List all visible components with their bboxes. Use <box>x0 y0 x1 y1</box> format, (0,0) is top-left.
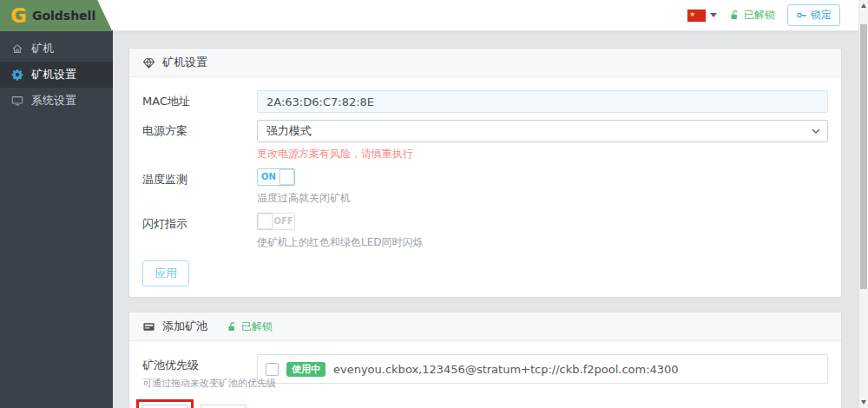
power-plan-value: 强力模式 <box>266 124 312 137</box>
pool-card-icon <box>142 320 155 333</box>
miner-settings-panel-header: 矿机设置 <box>129 49 841 77</box>
pool-url: evenyou.ckbox,123456@stratum+tcp://ckb.f… <box>333 363 679 376</box>
app-window: ★ 已解锁 锁定 G Goldshell <box>0 0 868 408</box>
home-icon <box>11 43 23 55</box>
language-selector[interactable]: ★ <box>687 10 717 22</box>
sidebar-item-label: 系统设置 <box>31 93 76 109</box>
mac-address-row: MAC地址 <box>142 90 828 113</box>
toggle-knob <box>279 169 294 185</box>
sidebar-item-miner[interactable]: 矿机 <box>0 36 113 62</box>
sidebar-item-label: 矿机设置 <box>31 67 76 82</box>
scrollbar-thumb[interactable] <box>860 24 867 289</box>
sidebar-item-system-settings[interactable]: 系统设置 <box>0 88 113 114</box>
toggle-off-label: OFF <box>273 214 294 229</box>
unlocked-label: 已解锁 <box>744 8 775 23</box>
brand-logo[interactable]: G Goldshell <box>0 0 115 31</box>
lock-button-label: 锁定 <box>811 8 832 23</box>
add-pool-button[interactable]: 添加 <box>141 405 188 408</box>
pool-priority-label: 矿池优先级 <box>142 358 257 373</box>
toggle-knob <box>258 214 273 229</box>
scroll-down-arrow-icon[interactable] <box>861 400 866 405</box>
apply-button[interactable]: 应用 <box>142 260 189 286</box>
gear-icon <box>11 69 23 81</box>
power-plan-label: 电源方案 <box>142 120 257 161</box>
chevron-down-icon <box>812 128 820 134</box>
mac-address-input[interactable] <box>257 90 828 113</box>
caret-down-icon <box>710 13 717 17</box>
monitor-icon <box>11 95 23 107</box>
power-plan-row: 电源方案 强力模式 更改电源方案有风险，请慎重执行 <box>142 120 828 161</box>
led-flash-row: 闪灯指示 OFF 使矿机上的红色和绿色LED同时闪烁 <box>142 213 828 250</box>
unlock-icon <box>227 321 238 332</box>
pool-priority-hint: 可通过拖动来改变矿池的优先级 <box>142 377 276 390</box>
pool-priority-label-col: 矿池优先级 可通过拖动来改变矿池的优先级 <box>142 354 257 384</box>
panel-title: 添加矿池 <box>162 319 207 334</box>
led-flash-toggle[interactable]: OFF <box>257 213 295 230</box>
goldshell-logo-icon: G <box>10 6 27 26</box>
red-annotation-box: 添加 <box>136 399 194 408</box>
key-icon <box>796 10 807 21</box>
temp-monitor-row: 温度监测 ON 温度过高就关闭矿机 <box>142 168 828 206</box>
miner-settings-panel: 矿机设置 MAC地址 电源方案 强力模式 <box>128 48 842 298</box>
power-plan-warning: 更改电源方案有风险，请慎重执行 <box>257 147 828 161</box>
panel-title: 矿机设置 <box>162 55 207 70</box>
sidebar-item-label: 矿机 <box>31 41 54 56</box>
lock-button[interactable]: 锁定 <box>787 4 840 26</box>
main-content: 矿机设置 MAC地址 电源方案 强力模式 <box>128 30 842 408</box>
power-plan-select[interactable]: 强力模式 <box>257 120 828 142</box>
scroll-up-arrow-icon[interactable] <box>861 3 866 8</box>
led-flash-hint: 使矿机上的红色和绿色LED同时闪烁 <box>257 235 828 250</box>
pool-entry[interactable]: 使用中 evenyou.ckbox,123456@stratum+tcp://c… <box>257 354 828 384</box>
toggle-on-label: ON <box>258 169 279 185</box>
sidebar: 矿机 矿机设置 系统设置 <box>0 30 113 408</box>
temp-monitor-toggle[interactable]: ON <box>257 168 295 186</box>
miner-settings-body: MAC地址 电源方案 强力模式 更改电源方案有风险， <box>129 77 841 297</box>
header-actions: ★ 已解锁 锁定 <box>687 0 840 30</box>
top-header: ★ 已解锁 锁定 <box>0 0 859 31</box>
sidebar-item-miner-settings[interactable]: 矿机设置 <box>0 62 113 88</box>
flag-star-icon: ★ <box>689 9 695 21</box>
add-pool-panel: 添加矿池 已解锁 矿池优先级 可通过拖动来改变矿池的优先级 <box>128 312 842 408</box>
pool-unlocked-label: 已解锁 <box>241 319 273 334</box>
brand-name: Goldshell <box>32 9 95 23</box>
unlocked-status: 已解锁 <box>729 8 775 23</box>
add-pool-body: 矿池优先级 可通过拖动来改变矿池的优先级 使用中 evenyou.ckbox,1… <box>129 341 841 408</box>
pool-buttons-row: 添加 移除 <box>142 399 828 408</box>
pool-checkbox[interactable] <box>266 363 279 376</box>
mac-address-label: MAC地址 <box>142 90 257 113</box>
add-pool-panel-header: 添加矿池 已解锁 <box>129 313 841 341</box>
china-flag-icon: ★ <box>687 10 706 22</box>
temp-monitor-hint: 温度过高就关闭矿机 <box>257 191 828 206</box>
scrollbar[interactable] <box>858 0 868 408</box>
unlock-icon <box>729 10 740 21</box>
remove-pool-button[interactable]: 移除 <box>200 405 247 408</box>
gem-icon <box>142 56 155 69</box>
pool-unlocked-status: 已解锁 <box>227 319 273 334</box>
led-flash-label: 闪灯指示 <box>142 213 257 250</box>
pool-in-use-badge: 使用中 <box>286 362 326 377</box>
pool-priority-row: 矿池优先级 可通过拖动来改变矿池的优先级 使用中 evenyou.ckbox,1… <box>142 354 828 384</box>
temp-monitor-label: 温度监测 <box>142 168 257 206</box>
